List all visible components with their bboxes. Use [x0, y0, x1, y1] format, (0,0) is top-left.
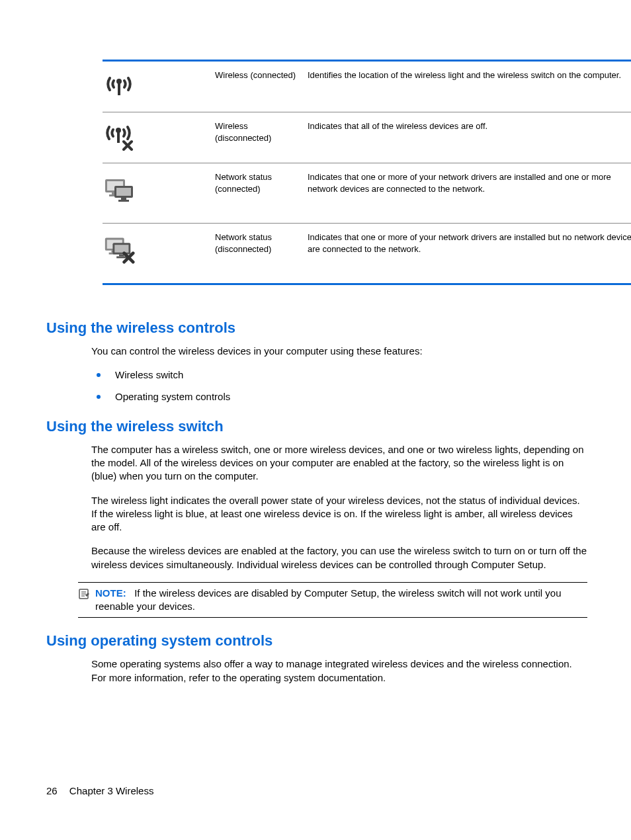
- table-cell-desc: Indicates that one or more of your netwo…: [308, 163, 631, 224]
- note-text: NOTE: If the wireless devices are disabl…: [95, 587, 587, 614]
- paragraph: Because the wireless devices are enabled…: [91, 544, 587, 571]
- heading-wireless-switch: Using the wireless switch: [46, 418, 585, 435]
- svg-rect-20: [119, 255, 124, 257]
- paragraph: Some operating systems also offer a way …: [91, 657, 587, 685]
- note-label: NOTE:: [95, 587, 126, 599]
- note-icon: [78, 587, 91, 614]
- paragraph: The wireless light indicates the overall…: [91, 494, 587, 534]
- chapter-label: Chapter 3 Wireless: [69, 785, 154, 796]
- table-cell-desc: Indicates that all of the wireless devic…: [308, 112, 631, 163]
- page-number: 26: [46, 785, 58, 796]
- network-disconnected-icon: [103, 231, 136, 265]
- bullet-list: Wireless switch Operating system control…: [91, 368, 587, 403]
- svg-rect-12: [121, 198, 126, 200]
- list-item: Operating system controls: [91, 390, 587, 403]
- table-cell-label: Wireless (connected): [215, 61, 308, 112]
- table-row: Network status (disconnected) Indicates …: [103, 224, 631, 284]
- heading-os-controls: Using operating system controls: [46, 632, 585, 650]
- network-connected-icon: [103, 171, 136, 204]
- wireless-disconnected-icon: [103, 120, 136, 153]
- table-cell-label: Wireless (disconnected): [215, 112, 308, 163]
- table-row: Network status (connected) Indicates tha…: [103, 163, 631, 224]
- table-cell-desc: Indicates that one or more of your netwo…: [308, 224, 631, 284]
- paragraph: The computer has a wireless switch, one …: [91, 443, 587, 483]
- table-cell-desc: Identifies the location of the wireless …: [308, 61, 631, 112]
- table-row: Wireless (disconnected) Indicates that a…: [103, 112, 631, 163]
- svg-rect-21: [116, 257, 126, 259]
- note-block: NOTE: If the wireless devices are disabl…: [78, 582, 587, 618]
- svg-rect-11: [116, 188, 131, 196]
- svg-rect-19: [114, 245, 128, 253]
- icon-legend-table: Wireless (connected) Identifies the loca…: [103, 60, 631, 285]
- page-footer: 26 Chapter 3 Wireless: [46, 785, 153, 796]
- svg-rect-1: [118, 82, 120, 95]
- table-cell-label: Network status (connected): [215, 163, 308, 224]
- table-row: Wireless (connected) Identifies the loca…: [103, 61, 631, 112]
- list-item: Wireless switch: [91, 368, 587, 382]
- heading-wireless-controls: Using the wireless controls: [46, 319, 585, 337]
- wireless-connected-icon: [103, 69, 136, 103]
- note-body: If the wireless devices are disabled by …: [95, 587, 561, 612]
- table-cell-label: Network status (disconnected): [215, 224, 308, 284]
- paragraph: You can control the wireless devices in …: [91, 345, 587, 358]
- svg-rect-3: [117, 131, 120, 143]
- svg-rect-13: [118, 200, 129, 202]
